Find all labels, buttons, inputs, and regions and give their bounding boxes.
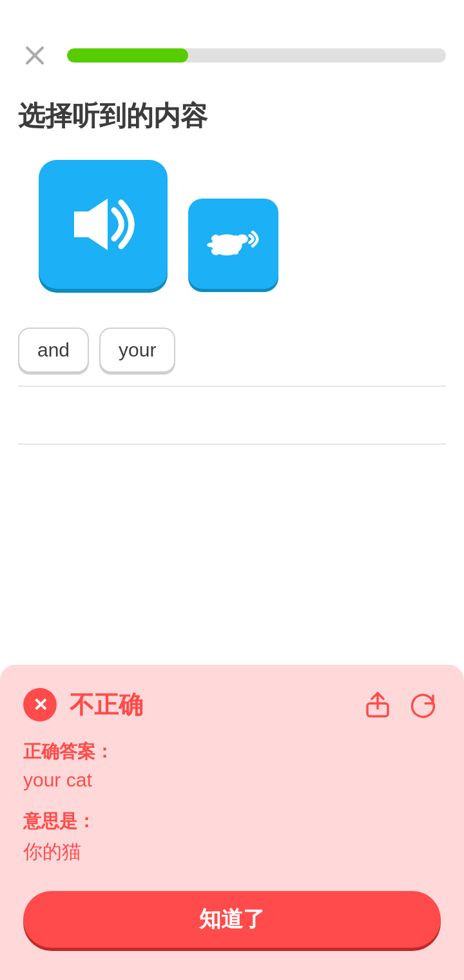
progress-bar-fill bbox=[67, 48, 188, 63]
confirm-button[interactable]: 知道了 bbox=[23, 891, 441, 948]
empty-answer-row bbox=[18, 393, 446, 445]
error-icon: ✕ bbox=[23, 688, 57, 721]
turtle-speaker-icon bbox=[201, 218, 266, 270]
share-icon bbox=[363, 691, 392, 719]
audio-buttons-row bbox=[0, 160, 464, 289]
result-header: ✕ 不正确 bbox=[23, 688, 441, 721]
close-icon bbox=[23, 44, 46, 67]
word-chip-and[interactable]: and bbox=[18, 328, 89, 373]
answer-area: and your bbox=[0, 321, 464, 445]
result-panel: ✕ 不正确 正确答案： your cat 意思是： bbox=[0, 665, 464, 980]
meaning-value: 你的猫 bbox=[23, 839, 441, 865]
svg-point-9 bbox=[207, 242, 217, 247]
correct-answer-label: 正确答案： bbox=[23, 740, 441, 764]
replay-icon bbox=[410, 691, 438, 719]
normal-speed-audio-button[interactable] bbox=[39, 160, 168, 289]
result-title-text: 不正确 bbox=[70, 689, 143, 721]
top-bar bbox=[0, 0, 464, 85]
close-button[interactable] bbox=[18, 39, 52, 72]
svg-point-4 bbox=[237, 234, 248, 244]
result-header-left: ✕ 不正确 bbox=[23, 688, 143, 721]
speaker-icon bbox=[68, 192, 139, 257]
word-chips-row: and your bbox=[18, 321, 446, 387]
share-button[interactable] bbox=[361, 688, 394, 721]
slow-speed-audio-button[interactable] bbox=[188, 199, 278, 289]
result-actions bbox=[361, 688, 441, 721]
page-title: 选择听到的内容 bbox=[0, 85, 464, 160]
replay-button[interactable] bbox=[407, 688, 441, 721]
svg-marker-2 bbox=[74, 199, 108, 250]
error-x-symbol: ✕ bbox=[33, 694, 48, 716]
word-chip-your[interactable]: your bbox=[99, 328, 175, 373]
progress-bar bbox=[67, 48, 446, 63]
correct-answer-value: your cat bbox=[23, 769, 441, 791]
meaning-label: 意思是： bbox=[23, 809, 441, 834]
